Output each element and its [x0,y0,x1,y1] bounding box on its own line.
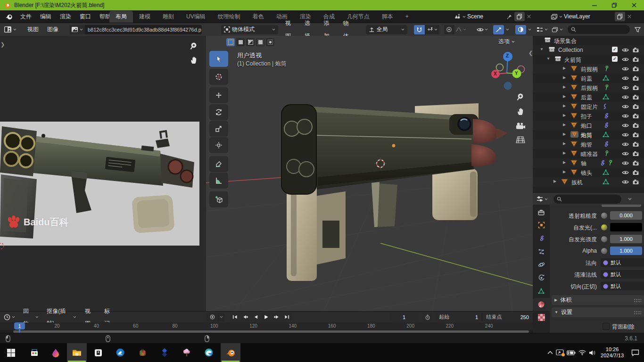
property-link-field[interactable]: 默认 [601,282,644,290]
new-viewlayer-icon[interactable] [615,12,625,21]
viewlayer-name[interactable]: ViewLayer [564,13,615,20]
select-mode-intersect-button[interactable] [266,38,274,46]
disable-render-camera-icon[interactable] [632,150,639,156]
node-socket-dot[interactable] [601,247,608,255]
hide-eye-icon[interactable] [622,66,629,72]
color-swatch[interactable] [610,223,642,231]
taskbar-tree-app-icon[interactable] [177,343,197,362]
display-mode-icon[interactable] [552,27,563,33]
jump-to-start-button[interactable] [230,313,239,321]
orientation-selector[interactable]: 全局 [366,25,407,34]
new-scene-icon[interactable] [514,12,525,21]
hide-eye-icon[interactable] [622,160,629,166]
outliner-row[interactable]: ▶镜头 [533,168,644,177]
outliner-row[interactable]: ▼火箭筒✓ [533,55,644,64]
outliner-row[interactable]: ▶轴 [533,158,644,168]
outliner-row[interactable]: ▶前盖 [533,74,644,83]
move-tool-button[interactable] [209,87,228,103]
hide-eye-icon[interactable] [622,113,629,119]
workspace-tab-2[interactable]: 雕刻 [157,11,180,23]
disclosure-closed-icon[interactable]: ▶ [553,179,556,183]
outliner-search[interactable] [568,25,630,34]
play-reverse-button[interactable] [251,313,260,321]
properties-options-chevron[interactable] [628,197,632,200]
hide-eye-icon[interactable] [622,85,629,90]
taskbar-start-button[interactable] [1,343,21,362]
disclosure-open-icon[interactable]: ▼ [540,47,544,51]
taskbar-blue-chat-app-icon[interactable] [110,343,130,362]
disable-render-camera-icon[interactable] [632,169,639,175]
hide-eye-icon[interactable] [622,141,629,147]
node-socket-dot[interactable] [601,212,608,219]
disable-render-camera-icon[interactable] [632,141,639,147]
viewport-pan-icon[interactable] [516,107,525,116]
disclosure-closed-icon[interactable]: ▶ [563,123,566,127]
disclosure-closed-icon[interactable]: ▶ [563,160,566,165]
select-mode-subtract-button[interactable] [246,38,255,46]
hide-eye-icon[interactable] [622,132,629,138]
current-frame-field[interactable]: 1 [389,313,419,321]
measure-tool-button[interactable] [209,173,228,189]
use-preview-range-button[interactable] [422,313,432,321]
properties-tab-object[interactable] [533,219,550,231]
disclosure-closed-icon[interactable]: ▶ [563,94,566,99]
snap-target-dropdown[interactable] [425,25,439,34]
image-name-field[interactable]: b812c8fcc3cec3fd91d9c38adb88d43f8694276d… [85,25,202,34]
disable-render-camera-icon[interactable] [632,47,639,53]
scene-name[interactable]: Scene [467,13,507,20]
disclosure-closed-icon[interactable]: ▶ [563,151,566,155]
proportional-edit-button[interactable] [444,25,454,34]
panel-expand-arrow[interactable]: ❯ [0,41,5,48]
property-link-field[interactable]: 默认 [601,258,644,267]
cast-icon[interactable] [556,349,564,356]
image-menu-0[interactable]: 视图 [23,23,43,36]
disable-render-camera-icon[interactable] [632,179,639,185]
image-editor[interactable]: ❯ [0,36,206,311]
disclosure-closed-icon[interactable]: ▶ [563,113,566,117]
outliner-row[interactable]: ▶扣子 [533,111,644,121]
camera-view-icon[interactable] [515,122,525,130]
properties-tab-tool[interactable] [533,206,550,218]
zoom-in-icon[interactable] [190,41,199,51]
properties-tab-physics[interactable] [533,258,550,271]
disable-render-camera-icon[interactable] [632,66,639,72]
pin-icon[interactable] [507,14,512,19]
taskbar-backpack-app-icon[interactable] [132,343,152,362]
hide-eye-icon[interactable] [622,104,629,109]
disclosure-closed-icon[interactable]: ▶ [563,104,566,108]
filter-funnel-icon[interactable] [635,27,641,33]
next-keyframe-button[interactable] [272,313,281,321]
gizmos-chevron[interactable] [504,25,511,34]
select-mode-invert-button[interactable] [256,38,264,46]
property-number-field[interactable]: 1.000 [610,235,642,243]
disable-render-camera-icon[interactable] [632,56,639,62]
taskbar-file-explorer-icon[interactable] [67,343,87,362]
node-socket-dot[interactable] [601,236,608,243]
shading-chevron[interactable] [526,25,533,34]
start-frame-field[interactable]: 起始 1 [435,313,482,321]
tray-expand-icon[interactable] [547,351,553,354]
remove-viewlayer-icon[interactable] [625,12,634,21]
outliner-row[interactable]: ▶瞄准器 [533,149,644,158]
property-number-field[interactable]: 1.000 [610,247,642,255]
proportional-falloff-dropdown[interactable] [454,25,467,34]
taskbar-blender-taskbar-icon[interactable] [221,343,240,362]
prev-keyframe-button[interactable] [240,313,250,321]
viewport-zoom-icon[interactable] [516,92,526,102]
perspective-toggle-icon[interactable] [516,136,525,144]
disclosure-closed-icon[interactable]: ▶ [563,141,566,146]
close-button[interactable] [624,0,644,10]
image-editor-type-icon[interactable] [4,26,17,33]
backface-checkbox[interactable] [603,323,610,330]
taskbar-store-app-icon[interactable] [25,343,44,362]
disclosure-closed-icon[interactable]: ▶ [563,66,566,70]
collection-checkbox[interactable]: ✓ [612,47,618,52]
outliner-row[interactable]: ▶后盖 [533,92,644,102]
cursor-tool-button[interactable] [209,69,228,85]
viewport-3d[interactable]: 用户透视 (1) Collection | 炮筒 选项 ❮ [206,36,533,311]
disclosure-closed-icon[interactable]: ▶ [563,85,566,89]
select-mode-extend-button[interactable] [236,38,245,46]
node-socket-dot[interactable] [601,224,608,231]
panel-header-settings[interactable]: ▼设置 [552,307,644,317]
properties-tab-modifiers[interactable] [533,232,550,245]
